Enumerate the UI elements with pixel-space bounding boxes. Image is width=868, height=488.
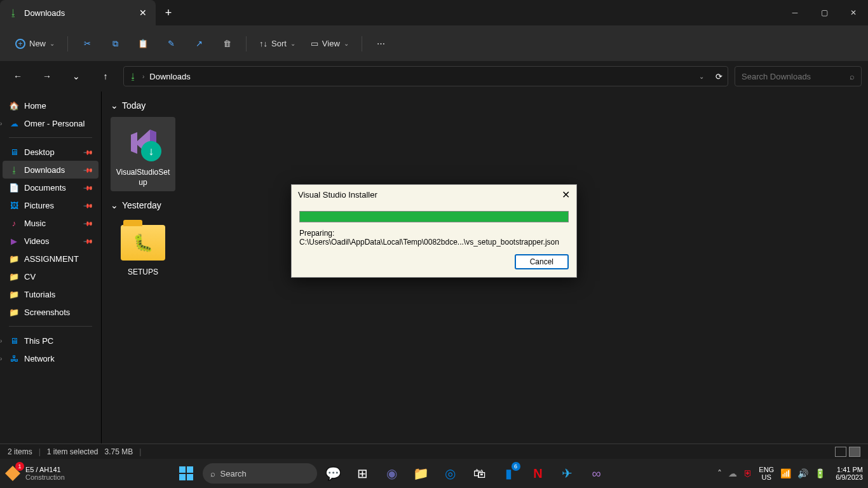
chevron-down-icon[interactable]: ⌄ xyxy=(699,73,704,80)
chevron-right-icon[interactable]: › xyxy=(0,355,2,362)
search-input[interactable] xyxy=(742,72,850,81)
weather-line2: Construction xyxy=(25,473,65,481)
file-icon: 🐛 xyxy=(121,220,165,265)
sidebar-item-label: CV xyxy=(24,272,36,281)
sidebar-item-network[interactable]: ›🖧Network xyxy=(3,349,98,367)
details-view-button[interactable] xyxy=(835,447,846,457)
separator xyxy=(362,36,362,51)
desktop-icon: 🖥 xyxy=(9,147,19,157)
status-bar: 2 items | 1 item selected 3.75 MB | xyxy=(0,444,868,459)
minimize-button[interactable]: ─ xyxy=(780,0,810,25)
sidebar-item-home[interactable]: 🏠Home xyxy=(3,97,98,114)
download-badge-icon: ↓ xyxy=(141,141,161,161)
sidebar-item-personal[interactable]: ›☁Omer - Personal xyxy=(3,114,98,132)
rename-button[interactable]: ✎ xyxy=(158,32,184,55)
taskbar-edge[interactable]: ◎ xyxy=(438,461,463,486)
scissors-icon: ✂ xyxy=(84,39,91,48)
cancel-button[interactable]: Cancel xyxy=(515,254,569,269)
sidebar-item-thispc[interactable]: ›🖥This PC xyxy=(3,332,98,349)
chevron-down-icon: ⌄ xyxy=(290,40,295,47)
search-icon[interactable]: ⌕ xyxy=(850,72,855,81)
taskbar-taskview[interactable]: ⊞ xyxy=(350,461,376,486)
view-toggles xyxy=(835,447,860,457)
weather-widget[interactable]: 1 E5 / AH141 Construction xyxy=(5,466,65,481)
taskbar-app[interactable]: ▮6 xyxy=(496,461,522,486)
paste-button[interactable]: 📋 xyxy=(130,32,156,55)
close-window-button[interactable]: ✕ xyxy=(839,0,868,25)
taskbar-visualstudio[interactable]: ∞ xyxy=(584,461,609,486)
copy-button[interactable]: ⧉ xyxy=(102,32,128,55)
taskbar-center: ⌕Search 💬 ⊞ ◉ 📁 ◎ 🛍 ▮6 N ✈ ∞ xyxy=(173,461,609,486)
music-icon: ♪ xyxy=(9,218,19,228)
view-button[interactable]: ▭ View ⌄ xyxy=(304,32,355,55)
chevron-down-icon: ⌄ xyxy=(111,200,118,210)
up-button[interactable]: ↑ xyxy=(94,65,117,88)
taskbar-netflix[interactable]: N xyxy=(526,461,551,486)
windows-icon xyxy=(179,466,193,480)
sidebar-item-pictures[interactable]: 🖼Pictures📌 xyxy=(3,196,98,214)
chevron-right-icon[interactable]: › xyxy=(0,120,2,127)
forward-button[interactable]: → xyxy=(36,65,58,88)
folder-icon: 📁 xyxy=(9,289,19,299)
taskbar-chat[interactable]: 💬 xyxy=(321,461,346,486)
sidebar-item-label: Omer - Personal xyxy=(24,119,85,128)
battery-icon[interactable]: 🔋 xyxy=(815,468,825,478)
file-visualstudiosetup[interactable]: ↓ VisualStudioSetup xyxy=(111,117,175,191)
group-today[interactable]: ⌄Today xyxy=(111,100,859,111)
titlebar: ⭳ Downloads ✕ + ─ ▢ ✕ xyxy=(0,0,868,25)
wifi-icon[interactable]: 📶 xyxy=(780,468,791,478)
more-button[interactable]: ⋯ xyxy=(369,32,394,55)
sidebar-item-desktop[interactable]: 🖥Desktop📌 xyxy=(3,143,98,161)
new-tab-button[interactable]: + xyxy=(156,6,181,20)
file-setups[interactable]: 🐛 SETUPS xyxy=(111,217,175,281)
sidebar-item-downloads[interactable]: ⭳Downloads📌 xyxy=(3,161,98,179)
refresh-icon[interactable]: ⟳ xyxy=(715,72,722,81)
address-bar[interactable]: ⭳ › Downloads ⌄ ⟳ xyxy=(123,66,728,86)
start-button[interactable] xyxy=(173,461,199,486)
language-indicator[interactable]: ENG US xyxy=(759,466,774,481)
system-tray: ˄ ☁ ⛨ ENG US 📶 🔊 🔋 1:41 PM 6/9/2023 xyxy=(717,466,863,481)
sidebar-item-label: Pictures xyxy=(24,201,54,210)
tray-overflow-icon[interactable]: ˄ xyxy=(717,468,722,478)
sidebar-item-screenshots[interactable]: 📁Screenshots xyxy=(3,303,98,321)
clock[interactable]: 1:41 PM 6/9/2023 xyxy=(836,466,863,481)
close-tab-icon[interactable]: ✕ xyxy=(139,8,147,18)
content-area: ⌄Today ↓ VisualStudioSetup ⌄Yesterday 🐛 … xyxy=(102,92,868,473)
back-button[interactable]: ← xyxy=(6,65,29,88)
sidebar-item-videos[interactable]: ▶Videos📌 xyxy=(3,232,98,250)
documents-icon: 📄 xyxy=(9,182,19,193)
delete-button[interactable]: 🗑 xyxy=(214,32,240,55)
taskbar-search[interactable]: ⌕Search xyxy=(203,463,317,484)
icons-view-button[interactable] xyxy=(849,447,860,457)
close-icon[interactable]: ✕ xyxy=(562,189,570,201)
progress-bar xyxy=(299,211,569,222)
sidebar-item-documents[interactable]: 📄Documents📌 xyxy=(3,179,98,196)
cut-button[interactable]: ✂ xyxy=(74,32,100,55)
taskbar-telegram[interactable]: ✈ xyxy=(555,461,580,486)
dialog-actions: Cancel xyxy=(299,254,569,269)
sidebar-item-label: Music xyxy=(24,219,46,228)
maximize-button[interactable]: ▢ xyxy=(810,0,839,25)
taskbar-store[interactable]: 🛍 xyxy=(467,461,492,486)
lang-line2: US xyxy=(759,473,774,481)
taskbar-explorer[interactable]: 📁 xyxy=(409,461,434,486)
search-box[interactable]: ⌕ xyxy=(735,66,862,86)
security-icon[interactable]: ⛨ xyxy=(743,468,752,478)
sidebar-item-cv[interactable]: 📁CV xyxy=(3,268,98,285)
dialog-titlebar[interactable]: Visual Studio Installer ✕ xyxy=(292,185,576,205)
sort-button[interactable]: ↑↓ Sort ⌄ xyxy=(253,32,302,55)
onedrive-icon[interactable]: ☁ xyxy=(728,468,737,478)
taskbar-teams[interactable]: ◉ xyxy=(379,461,405,486)
chevron-right-icon[interactable]: › xyxy=(0,337,2,344)
chevron-down-icon: ⌄ xyxy=(50,40,55,47)
recent-button[interactable]: ⌄ xyxy=(65,65,88,88)
share-button[interactable]: ↗ xyxy=(186,32,212,55)
sidebar-item-music[interactable]: ♪Music📌 xyxy=(3,214,98,232)
new-button[interactable]: + New ⌄ xyxy=(9,32,61,55)
sidebar-item-assignment[interactable]: 📁ASSIGNMENT xyxy=(3,250,98,268)
tab-downloads[interactable]: ⭳ Downloads ✕ xyxy=(0,0,156,25)
volume-icon[interactable]: 🔊 xyxy=(797,468,808,478)
sidebar-item-tutorials[interactable]: 📁Tutorials xyxy=(3,285,98,303)
separator xyxy=(246,36,247,51)
breadcrumb[interactable]: Downloads xyxy=(149,72,190,81)
